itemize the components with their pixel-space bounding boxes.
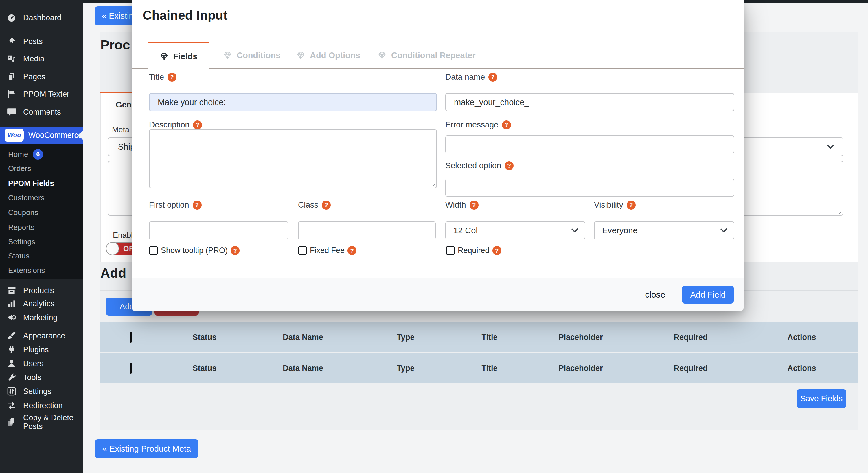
sidebar-item-ppom-texter[interactable]: PPOM Texter [0, 86, 83, 102]
class-field-label: Class? [298, 200, 331, 210]
width-field-label: Width? [445, 200, 478, 210]
help-icon[interactable]: ? [627, 201, 636, 210]
help-icon[interactable]: ? [167, 73, 177, 82]
column-status: Status [161, 364, 248, 373]
visibility-select[interactable]: Everyone [594, 221, 734, 239]
comment-icon [6, 107, 17, 117]
data-name-input[interactable] [445, 93, 734, 111]
fixed-fee-checkbox[interactable] [298, 246, 307, 255]
help-icon[interactable]: ? [470, 201, 478, 210]
brush-icon [6, 331, 17, 341]
add-field-submit-button[interactable]: Add Field [682, 286, 734, 304]
sidebar-item-label: Analytics [23, 299, 54, 308]
submenu-item-settings[interactable]: Settings [0, 235, 83, 249]
sidebar-item-copy-delete-posts[interactable]: Copy & Delete Posts [0, 410, 83, 435]
sidebar-item-pages[interactable]: Pages [0, 68, 83, 85]
chevron-down-icon [720, 226, 727, 232]
column-actions: Actions [746, 333, 858, 342]
sidebar-item-woocommerce[interactable]: Woo WooCommerce [0, 126, 83, 144]
woocommerce-icon: Woo [5, 128, 24, 142]
column-title: Title [454, 333, 526, 342]
close-button[interactable]: close [643, 290, 667, 300]
resize-handle[interactable] [430, 181, 435, 186]
sidebar-item-label: Redirection [23, 401, 63, 410]
tab-add-options[interactable]: Add Options [296, 42, 360, 69]
sidebar-item-label: Marketing [23, 313, 58, 322]
column-placeholder: Placeholder [526, 364, 636, 373]
error-message-input[interactable] [445, 136, 734, 153]
tab-conditional-repeater[interactable]: Conditional Repeater [378, 42, 476, 69]
class-input[interactable] [298, 221, 436, 239]
sidebar-item-label: PPOM Texter [23, 90, 69, 99]
submenu-item-extensions[interactable]: Extensions [0, 263, 83, 277]
help-icon[interactable]: ? [347, 246, 356, 255]
submenu-item-home[interactable]: Home 6 [0, 147, 83, 161]
bar-chart-icon [6, 298, 17, 309]
fixed-fee-option: Fixed Fee ? [298, 246, 356, 255]
tab-conditions[interactable]: Conditions [223, 42, 280, 69]
gem-icon [378, 51, 386, 60]
redirect-arrows-icon [6, 400, 17, 411]
help-icon[interactable]: ? [322, 201, 331, 210]
wordpress-admin: Dashboard Posts Media Pages PPOM Texter … [0, 0, 868, 473]
description-field-label: Description? [149, 120, 202, 129]
fields-table: Status Data Name Type Title Placeholder … [100, 322, 858, 384]
submenu-item-orders[interactable]: Orders [0, 161, 83, 175]
sidebar-item-label: Plugins [23, 345, 49, 354]
show-tooltip-checkbox[interactable] [149, 246, 158, 255]
visibility-field-label: Visibility? [594, 200, 636, 210]
save-fields-button[interactable]: Save Fields [797, 389, 846, 408]
help-icon[interactable]: ? [505, 161, 514, 170]
megaphone-icon [6, 312, 17, 323]
description-textarea[interactable] [149, 129, 437, 188]
sidebar-item-marketing[interactable]: Marketing [0, 309, 83, 326]
sliders-icon [6, 386, 17, 396]
plug-icon [6, 345, 17, 355]
sidebar-item-comments[interactable]: Comments [0, 104, 83, 120]
data-name-field-label: Data name? [445, 72, 497, 82]
modal-title: Chained Input [143, 8, 227, 23]
sidebar-item-posts[interactable]: Posts [0, 33, 83, 50]
sidebar-item-label: Posts [23, 37, 43, 46]
required-checkbox[interactable] [446, 246, 455, 255]
submenu-item-status[interactable]: Status [0, 249, 83, 263]
error-message-field-label: Error message? [445, 120, 511, 129]
sidebar-item-label: Pages [23, 72, 45, 81]
submenu-item-ppom-fields[interactable]: PPOM Fields [0, 176, 83, 190]
first-option-input[interactable] [149, 221, 288, 239]
sidebar-item-media[interactable]: Media [0, 50, 83, 67]
row-select-checkbox[interactable] [130, 363, 132, 374]
help-icon[interactable]: ? [488, 73, 497, 82]
help-icon[interactable]: ? [230, 246, 240, 255]
chevron-down-icon [571, 226, 578, 232]
sidebar-item-label: Users [23, 359, 44, 368]
help-icon[interactable]: ? [502, 120, 511, 129]
submenu-item-reports[interactable]: Reports [0, 220, 83, 234]
pages-icon [6, 71, 17, 82]
required-option: Required ? [446, 246, 501, 255]
help-icon[interactable]: ? [193, 120, 202, 129]
toggle-knob [106, 242, 119, 255]
modal-tab-bar: Fields Conditions Add Options Conditiona… [132, 34, 744, 69]
row-select-checkbox[interactable] [130, 332, 132, 343]
column-status: Status [161, 333, 248, 342]
column-required: Required [636, 364, 746, 373]
resize-handle[interactable] [836, 208, 841, 214]
sidebar-item-label: Settings [23, 387, 52, 396]
selected-option-input[interactable] [445, 179, 734, 197]
box-icon [6, 286, 17, 296]
help-icon[interactable]: ? [492, 246, 501, 255]
tab-fields[interactable]: Fields [148, 42, 209, 69]
notification-badge: 6 [33, 149, 43, 159]
help-icon[interactable]: ? [193, 201, 202, 210]
selected-option-field-label: Selected option? [445, 161, 514, 170]
active-menu-arrow [78, 130, 83, 140]
existing-product-meta-bottom-button[interactable]: « Existing Product Meta [95, 439, 198, 458]
sidebar-item-dashboard[interactable]: Dashboard [0, 9, 83, 26]
pin-icon [6, 36, 17, 47]
submenu-item-customers[interactable]: Customers [0, 191, 83, 205]
add-fields-heading: Add [100, 265, 126, 281]
submenu-item-coupons[interactable]: Coupons [0, 206, 83, 219]
width-select[interactable]: 12 Col [445, 221, 585, 239]
title-input[interactable] [149, 93, 437, 111]
